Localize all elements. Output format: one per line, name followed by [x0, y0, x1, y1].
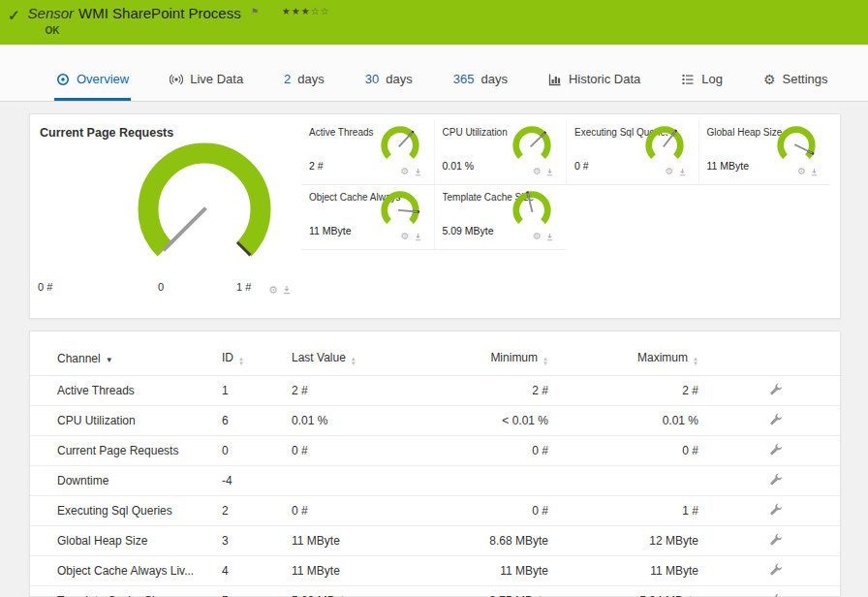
- column-header-minimum[interactable]: Minimum▲▼: [418, 343, 548, 376]
- tab-overview[interactable]: Overview: [54, 60, 131, 101]
- sort-icon: ▲▼: [238, 357, 244, 365]
- main-gauge: Current Page Requests 0 # 0 1 # ⚙: [30, 114, 301, 318]
- gauge-dial: [510, 188, 554, 233]
- wrench-icon[interactable]: [769, 532, 784, 550]
- channel-last-value: 2 #: [292, 376, 418, 406]
- channel-minimum: 0 #: [418, 436, 548, 466]
- tab-bar: Overview Live Data 2 days 30 days 365 da…: [0, 45, 868, 102]
- pin-icon[interactable]: [810, 164, 819, 179]
- column-header-actions: [698, 343, 840, 376]
- channel-last-value: 0.01 %: [292, 406, 418, 436]
- channel-minimum: 2 #: [418, 376, 548, 406]
- channel-maximum: 0.01 %: [548, 406, 698, 436]
- sort-icon: ▲▼: [351, 357, 356, 365]
- wrench-icon[interactable]: [769, 442, 784, 459]
- pin-icon[interactable]: [545, 164, 554, 179]
- wrench-icon[interactable]: [769, 412, 784, 429]
- pin-icon[interactable]: [545, 229, 554, 244]
- column-header-channel[interactable]: Channel▼: [30, 343, 222, 376]
- channel-id: 5: [222, 586, 292, 597]
- pin-icon[interactable]: [678, 164, 687, 179]
- sort-icon: ▲▼: [542, 357, 548, 365]
- small-gauge-active-threads: Active Threads 2 # ⚙: [301, 120, 434, 185]
- small-gauge-template-cache-size: Template Cache Size 5.09 MByte ⚙: [434, 185, 567, 250]
- channel-name: Downtime: [30, 466, 222, 496]
- channel-name: Active Threads: [30, 376, 222, 406]
- channel-maximum: 12 MByte: [548, 526, 698, 556]
- wrench-icon[interactable]: [769, 592, 784, 597]
- channel-name: Current Page Requests: [30, 436, 222, 466]
- pin-icon[interactable]: [282, 282, 292, 298]
- gauge-dial: [642, 123, 687, 168]
- small-gauge-executing-sql-queries: Executing Sql Queries 0 # ⚙: [566, 120, 698, 185]
- empty-cell: [566, 185, 698, 250]
- channel-minimum: < 0.01 %: [418, 406, 548, 436]
- pin-icon[interactable]: [414, 164, 422, 179]
- tab-live-data[interactable]: Live Data: [168, 60, 245, 101]
- channel-last-value: 11 MByte: [292, 556, 418, 586]
- main-gauge-scale-max: 1 #: [236, 281, 251, 293]
- gauge-title: CPU Utilization: [443, 127, 508, 138]
- gear-icon[interactable]: ⚙: [533, 232, 542, 241]
- tab-30-days[interactable]: 30 days: [363, 60, 415, 101]
- table-row[interactable]: Global Heap Size 3 11 MByte 8.68 MByte 1…: [30, 526, 840, 556]
- channel-minimum: 3.75 MByte: [418, 586, 548, 597]
- tab-2-days[interactable]: 2 days: [282, 60, 326, 101]
- channel-name: Executing Sql Queries: [30, 496, 222, 526]
- table-row[interactable]: Current Page Requests 0 0 # 0 # 0 #: [30, 436, 840, 466]
- status-badge: OK: [46, 25, 330, 36]
- table-row[interactable]: Executing Sql Queries 2 0 # 0 # 1 #: [30, 496, 840, 526]
- wrench-icon[interactable]: [769, 472, 784, 489]
- column-header-maximum[interactable]: Maximum▲▼: [548, 343, 698, 376]
- content-area: Current Page Requests 0 # 0 1 # ⚙ Active…: [0, 102, 868, 597]
- status-header: ✓ Sensor WMI SharePoint Process ⚑ ★★★☆☆ …: [0, 0, 868, 45]
- column-header-id[interactable]: ID▲▼: [222, 343, 292, 376]
- table-row[interactable]: CPU Utilization 6 0.01 % < 0.01 % 0.01 %: [30, 406, 840, 436]
- sort-desc-icon: ▼: [106, 356, 113, 364]
- gauge-value: 11 MByte: [707, 160, 750, 172]
- channel-maximum: 2 #: [548, 376, 698, 406]
- gauge-value: 0 #: [574, 160, 589, 172]
- sort-icon: ▲▼: [693, 357, 698, 365]
- channel-maximum: [548, 466, 698, 496]
- table-row[interactable]: Downtime -4: [30, 466, 840, 496]
- channel-maximum: 1 #: [548, 496, 698, 526]
- table-row[interactable]: Object Cache Always Liv... 4 11 MByte 11…: [30, 556, 840, 586]
- tab-log[interactable]: Log: [679, 60, 725, 101]
- pin-icon[interactable]: [414, 229, 422, 244]
- channel-id: 6: [222, 406, 292, 436]
- tab-365-days[interactable]: 365 days: [451, 60, 510, 101]
- channel-name: Global Heap Size: [30, 526, 222, 556]
- wrench-icon[interactable]: [769, 382, 784, 399]
- gauge-panel: Current Page Requests 0 # 0 1 # ⚙ Active…: [29, 113, 841, 319]
- gauge-value: 11 MByte: [309, 225, 352, 236]
- gauge-dial: [510, 123, 554, 168]
- sensor-page: ✓ Sensor WMI SharePoint Process ⚑ ★★★☆☆ …: [0, 0, 868, 597]
- wrench-icon[interactable]: [769, 562, 784, 580]
- wrench-icon[interactable]: [769, 502, 784, 519]
- bar-chart-icon: [548, 73, 562, 86]
- gear-icon[interactable]: ⚙: [268, 285, 278, 296]
- overview-target-icon: [56, 73, 70, 86]
- table-row[interactable]: Template Cache Size 5 5.09 MByte 3.75 MB…: [30, 586, 840, 597]
- tab-historic-data[interactable]: Historic Data: [546, 60, 642, 101]
- gear-icon[interactable]: ⚙: [666, 167, 674, 176]
- channel-minimum: 8.68 MByte: [418, 526, 548, 556]
- tab-settings[interactable]: ⚙ Settings: [761, 60, 830, 101]
- channel-name: Object Cache Always Liv...: [30, 556, 222, 586]
- priority-flag-icon[interactable]: ⚑: [251, 7, 259, 16]
- column-header-last-value[interactable]: Last Value▲▼: [292, 343, 418, 376]
- gear-icon[interactable]: ⚙: [797, 167, 806, 176]
- gear-icon[interactable]: ⚙: [401, 167, 410, 176]
- channel-table-panel: Channel▼ ID▲▼ Last Value▲▼ Minimum▲▼ Max…: [29, 330, 841, 597]
- gear-icon[interactable]: ⚙: [533, 167, 542, 176]
- priority-stars[interactable]: ★★★☆☆: [282, 6, 330, 16]
- table-row[interactable]: Active Threads 1 2 # 2 # 2 #: [30, 376, 840, 406]
- channel-maximum: 0 #: [548, 436, 698, 466]
- ok-check-icon: ✓: [8, 7, 20, 24]
- gear-icon[interactable]: ⚙: [401, 232, 410, 241]
- log-list-icon: [681, 73, 695, 86]
- gauge-dial: [378, 188, 422, 233]
- channel-id: 4: [222, 556, 292, 586]
- object-kind-label: Sensor: [28, 5, 75, 21]
